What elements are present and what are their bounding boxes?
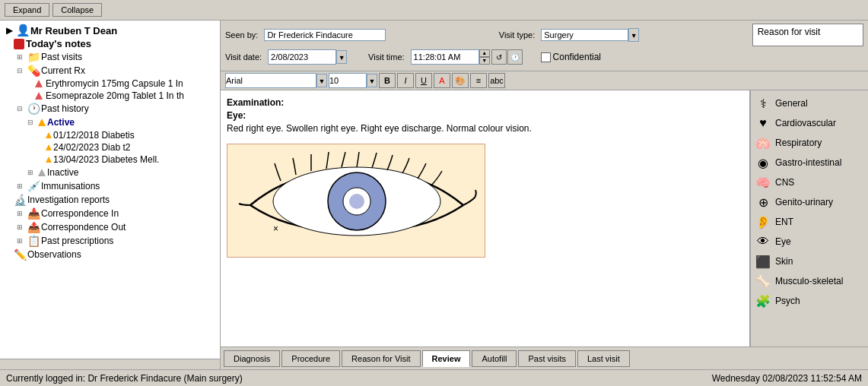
underline-button[interactable]: U [415,73,432,88]
correspondence-in-label: Correspondence In [41,208,119,219]
rx-item-2[interactable]: Esomeprazole 20mg Tablet 1 In th [0,90,220,102]
correspondence-in-icon: 📥 [27,207,40,220]
tab-diagnosis[interactable]: Diagnosis [224,350,280,367]
past-visits-node[interactable]: ⊞ 📁 Past visits [0,50,220,64]
system-item-eye[interactable]: 👁 Eye [751,232,868,252]
history-icon: 🕐 [27,103,40,115]
past-history-expand: ⊟ [14,103,26,115]
bold-button[interactable]: B [379,73,396,88]
visit-type-input[interactable] [541,29,628,41]
todays-notes-node[interactable]: Today's notes [0,37,220,50]
font-dropdown[interactable]: ▼ [316,74,327,87]
active-item-2-label: 24/02/2023 Diab t2 [53,142,130,153]
system-item-ent[interactable]: 👂 ENT [751,212,868,232]
visit-date-container: ▼ [268,49,347,65]
system-item-gastro[interactable]: ◉ Gastro-intestinal [751,153,868,172]
observations-node[interactable]: ✏️ Observations [0,248,220,261]
patient-name: Mr Reuben T Dean [30,25,117,36]
active-node[interactable]: ⊟ Active [0,115,220,129]
inactive-label: Inactive [47,167,78,178]
time-down-button[interactable]: ▼ [479,57,490,65]
eye-illustration: × × [227,144,485,258]
time-refresh-button[interactable]: ↺ [491,49,507,65]
system-item-cardiovascular[interactable]: ♥ Cardiovascular [751,113,868,133]
patient-node[interactable]: ▶ 👤 Mr Reuben T Dean [0,24,220,37]
x-mark-left: × [273,223,278,234]
system-item-general[interactable]: ⚕ General [751,93,868,113]
correspondence-out-node[interactable]: ⊞ 📤 Correspondence Out [0,220,220,234]
system-item-skin[interactable]: ⬛ Skin [751,252,868,271]
system-item-psych[interactable]: 🧩 Psych [751,291,868,311]
tab-review[interactable]: Review [422,350,471,367]
investigation-icon: 🔬 [14,194,26,206]
bottom-tabs: Diagnosis Procedure Reason for Visit Rev… [221,346,868,369]
immunisations-node[interactable]: ⊞ 💉 Immunisations [0,179,220,193]
system-item-musculo[interactable]: 🦴 Musculo-skeletal [751,271,868,291]
immunisations-expand: ⊞ [14,180,26,192]
active-item-2[interactable]: 24/02/2023 Diab t2 [0,141,220,153]
size-dropdown[interactable]: ▼ [367,74,377,87]
visit-date-dropdown[interactable]: ▼ [336,50,347,64]
system-item-respiratory[interactable]: 🫁 Respiratory [751,133,868,153]
main-content: Examination: Eye: Red right eye. Swollen… [221,90,868,346]
notes-icon [14,39,24,49]
size-select[interactable] [329,73,367,88]
expand-button[interactable]: Expand [5,3,49,17]
investigation-reports-node[interactable]: 🔬 Investigation reports [0,193,220,207]
time-up-button[interactable]: ▲ [479,49,490,57]
spell-button[interactable]: abc [488,73,505,88]
tree-scrollbar-h[interactable] [0,359,220,369]
text-area[interactable]: Examination: Eye: Red right eye. Swollen… [221,90,750,346]
inactive-expand: ⊞ [24,166,37,179]
italic-button[interactable]: I [397,73,414,88]
system-label-eye: Eye [775,236,791,247]
inactive-node[interactable]: ⊞ Inactive [0,166,220,179]
rx-item-2-label: Esomeprazole 20mg Tablet 1 In th [46,90,184,101]
tab-reason-for-visit[interactable]: Reason for Visit [342,350,420,367]
correspondence-out-icon: 📤 [27,221,40,233]
list-button[interactable]: ≡ [470,73,487,88]
active-icon [38,119,46,126]
active-expand: ⊟ [24,116,37,128]
past-prescriptions-node[interactable]: ⊞ 📋 Past prescriptions [0,234,220,248]
visit-date-input[interactable] [268,49,336,65]
inactive-icon [38,169,46,176]
systems-container: ⚕ General ♥ Cardiovascular 🫁 Respiratory… [751,93,868,311]
font-select[interactable] [225,73,316,88]
status-left: Currently logged in: Dr Frederick Findac… [6,373,243,384]
visit-row-1: Seen by: Visit type: ▼ Reason for visit [225,24,863,46]
tab-last-visit[interactable]: Last visit [577,350,630,367]
highlight-button[interactable]: 🎨 [452,73,469,88]
system-label-genito: Genito-urinary [775,197,833,207]
current-rx-node[interactable]: ⊟ 💊 Current Rx [0,64,220,78]
system-icon-eye: 👁 [755,234,771,249]
status-right: Wednesday 02/08/2023 11:52:54 AM [712,373,862,384]
time-spinners: ▲ ▼ [479,49,490,65]
past-history-node[interactable]: ⊟ 🕐 Past history [0,102,220,115]
correspondence-out-expand: ⊞ [14,221,26,233]
font-select-container: ▼ [225,73,327,88]
content-area: ▶ 👤 Mr Reuben T Dean Today's notes ⊞ 📁 P… [0,21,868,369]
correspondence-in-node[interactable]: ⊞ 📥 Correspondence In [0,207,220,220]
confidential-checkbox[interactable] [541,52,551,62]
system-item-cns[interactable]: 🧠 CNS [751,172,868,192]
active-item-1[interactable]: 01/12/2018 Diabetis [0,129,220,141]
seen-by-input[interactable] [264,29,386,41]
right-panel: Seen by: Visit type: ▼ Reason for visit … [221,21,868,369]
tab-procedure[interactable]: Procedure [281,350,340,367]
system-icon-skin: ⬛ [755,254,771,269]
visit-type-label: Visit type: [499,30,536,40]
system-item-genito[interactable]: ⊕ Genito-urinary [751,192,868,212]
color-button[interactable]: A [434,73,450,88]
tab-past-visits[interactable]: Past visits [518,350,576,367]
reason-for-visit-box[interactable]: Reason for visit [752,24,863,46]
active-item-3[interactable]: 13/04/2023 Diabetes Mell. [0,153,220,166]
visit-type-dropdown[interactable]: ▼ [628,28,639,42]
time-clock-button[interactable]: 🕐 [507,49,523,65]
visit-time-input[interactable] [411,49,479,65]
past-prescriptions-label: Past prescriptions [41,236,113,246]
rx-item-1[interactable]: Erythromycin 175mg Capsule 1 In [0,78,220,90]
tab-autofill[interactable]: Autofill [472,350,517,367]
collapse-button[interactable]: Collapse [52,3,102,17]
active-label: Active [47,117,75,128]
